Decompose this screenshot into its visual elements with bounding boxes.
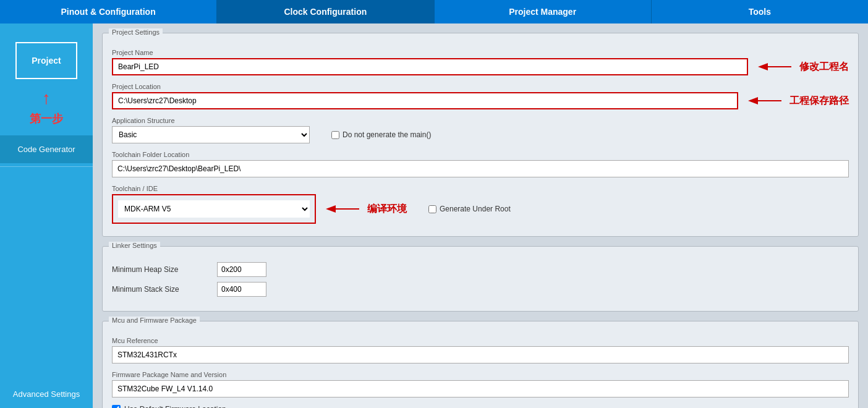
tab-project-manager[interactable]: Project Manager xyxy=(435,0,652,23)
project-name-annotation: 修改工程名 xyxy=(799,61,849,74)
linker-settings-title: Linker Settings xyxy=(109,242,160,249)
generate-under-root-label: Generate Under Root xyxy=(440,205,511,213)
sidebar-item-code-generator[interactable]: Code Generator xyxy=(0,135,93,163)
tab-pinout[interactable]: Pinout & Configuration xyxy=(0,0,217,23)
mcu-reference-input[interactable] xyxy=(112,346,849,363)
tab-clock[interactable]: Clock Configuration xyxy=(217,0,434,23)
do-not-generate-checkbox[interactable] xyxy=(331,131,339,139)
sidebar-divider xyxy=(0,166,93,167)
project-name-input[interactable] xyxy=(112,58,748,75)
min-stack-label: Minimum Stack Size xyxy=(112,285,211,294)
do-not-generate-label: Do not generate the main() xyxy=(343,130,431,139)
min-stack-row: Minimum Stack Size xyxy=(112,282,849,297)
project-name-container: Project Name 修改工程名 xyxy=(112,49,849,75)
toolchain-ide-highlighted-box: MDK-ARM V5 STM32CubeIDE Makefile xyxy=(112,194,316,224)
use-default-firmware-label: Use Default Firmware Location xyxy=(124,405,226,408)
min-heap-input[interactable] xyxy=(217,262,266,277)
project-settings-title: Project Settings xyxy=(109,28,163,36)
top-navigation: Pinout & Configuration Clock Configurati… xyxy=(0,0,868,23)
step-label: 第一步 xyxy=(30,111,63,126)
toolchain-ide-container: Toolchain / IDE MDK-ARM V5 STM32CubeIDE … xyxy=(112,185,849,224)
mcu-firmware-section: Mcu and Firmware Package Mcu Reference F… xyxy=(102,321,859,408)
generate-under-root-checkbox[interactable] xyxy=(428,205,436,213)
tab-tools[interactable]: Tools xyxy=(652,0,868,23)
min-stack-input[interactable] xyxy=(217,282,266,297)
content-area: Project Settings Project Name 修改工程名 xyxy=(93,23,868,408)
toolchain-ide-label: Toolchain / IDE xyxy=(112,185,849,192)
project-location-input[interactable] xyxy=(112,92,738,109)
linker-settings-section: Linker Settings Minimum Heap Size Minimu… xyxy=(102,246,859,312)
mcu-reference-row: Mcu Reference xyxy=(112,337,849,363)
project-settings-section: Project Settings Project Name 修改工程名 xyxy=(102,33,859,237)
app-structure-label: Application Structure xyxy=(112,117,849,124)
min-heap-row: Minimum Heap Size xyxy=(112,262,849,277)
project-location-label: Project Location xyxy=(112,83,849,90)
toolchain-folder-label: Toolchain Folder Location xyxy=(112,151,849,158)
toolchain-ide-select[interactable]: MDK-ARM V5 STM32CubeIDE Makefile xyxy=(118,200,310,218)
firmware-name-row: Firmware Package Name and Version xyxy=(112,371,849,397)
use-default-firmware-row: Use Default Firmware Location xyxy=(112,405,849,408)
firmware-name-label: Firmware Package Name and Version xyxy=(112,371,849,378)
app-structure-select[interactable]: Basic Advanced xyxy=(112,126,310,143)
toolchain-folder-input[interactable] xyxy=(112,160,849,177)
project-button[interactable]: Project xyxy=(15,42,77,79)
do-not-generate-container: Do not generate the main() xyxy=(331,130,431,139)
arrow-icon-3 xyxy=(325,203,362,215)
generate-under-root-container: Generate Under Root xyxy=(428,205,511,213)
mcu-reference-label: Mcu Reference xyxy=(112,337,849,344)
arrow-icon-2 xyxy=(747,95,785,107)
app-structure-container: Application Structure Basic Advanced Do … xyxy=(112,117,849,143)
main-layout: Project ↑ 第一步 Code Generator Advanced Se… xyxy=(0,23,868,408)
project-name-label: Project Name xyxy=(112,49,849,56)
firmware-name-input[interactable] xyxy=(112,380,849,397)
min-heap-label: Minimum Heap Size xyxy=(112,265,211,274)
project-location-annotation: 工程保存路径 xyxy=(789,95,849,108)
use-default-firmware-checkbox[interactable] xyxy=(112,405,121,408)
toolchain-folder-container: Toolchain Folder Location xyxy=(112,151,849,177)
arrow-up-icon: ↑ xyxy=(42,88,51,108)
toolchain-annotation: 编译环境 xyxy=(367,203,407,216)
sidebar-item-advanced-settings[interactable]: Advanced Settings xyxy=(0,380,93,408)
mcu-firmware-title: Mcu and Firmware Package xyxy=(109,317,200,324)
project-location-container: Project Location 工程保存路径 xyxy=(112,83,849,109)
arrow-icon xyxy=(757,61,794,73)
sidebar: Project ↑ 第一步 Code Generator Advanced Se… xyxy=(0,23,93,408)
